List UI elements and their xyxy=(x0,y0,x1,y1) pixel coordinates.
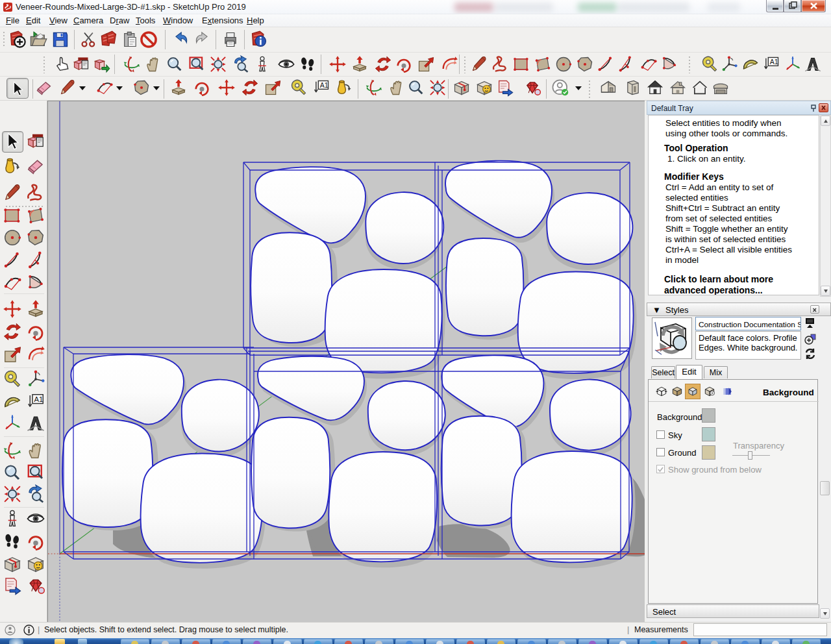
svg-text:A1: A1 xyxy=(34,395,43,403)
svg-text:A1: A1 xyxy=(320,81,329,89)
svg-text:A1: A1 xyxy=(770,58,778,66)
